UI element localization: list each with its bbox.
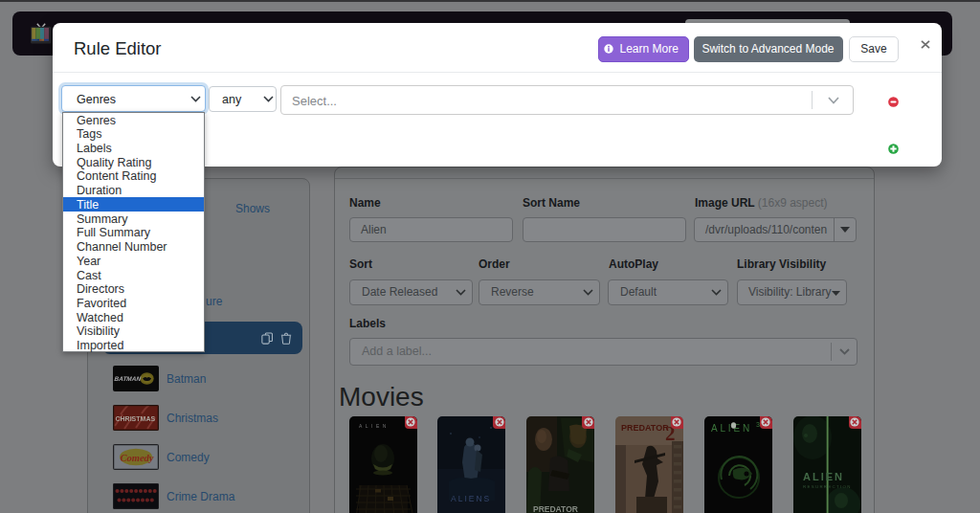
svg-text:Comedy: Comedy xyxy=(121,453,154,463)
svg-text:RESURRECTION: RESURRECTION xyxy=(803,484,852,489)
svg-text:ALIENS: ALIENS xyxy=(451,494,491,503)
svg-text:ALIEN: ALIEN xyxy=(803,471,844,482)
svg-text:CHRISTMAS: CHRISTMAS xyxy=(116,415,156,422)
svg-text:PREDATOR: PREDATOR xyxy=(621,423,669,433)
svg-text:BATMAN: BATMAN xyxy=(114,376,142,383)
svg-text:PREDATOR: PREDATOR xyxy=(533,504,578,513)
svg-text:ALIEN: ALIEN xyxy=(359,423,390,429)
